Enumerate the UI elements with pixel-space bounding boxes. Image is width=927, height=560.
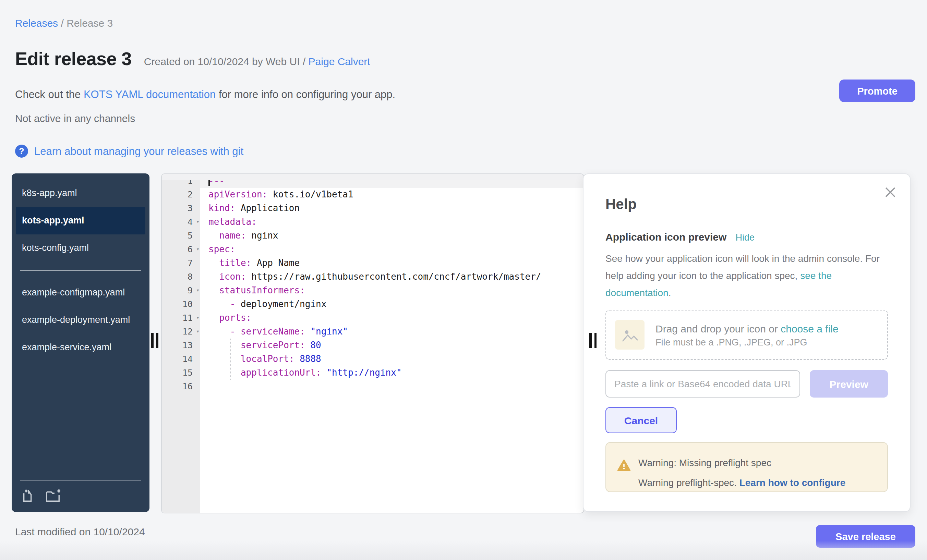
yaml-editor[interactable]: 1---2apiVersion: kots.io/v1beta13kind: A…: [161, 173, 584, 513]
choose-file-link[interactable]: choose a file: [781, 322, 838, 334]
line-number: 15: [162, 366, 200, 380]
help-panel: Help Application icon preview Hide See h…: [583, 173, 910, 512]
sidebar-bottom: [12, 481, 149, 512]
editor-lines: 1---2apiVersion: kots.io/v1beta13kind: A…: [162, 174, 584, 393]
chevron-down-icon[interactable]: ▾: [196, 215, 199, 229]
sidebar-file-list: k8s-app.yamlkots-app.yamlkots-config.yam…: [12, 173, 149, 361]
code-text: spec:: [200, 243, 584, 256]
code-text: [200, 380, 584, 393]
line-number: 16: [162, 380, 200, 393]
cancel-button[interactable]: Cancel: [605, 407, 677, 433]
line-number: 3: [162, 202, 200, 215]
close-icon[interactable]: [884, 187, 896, 198]
author-link[interactable]: Paige Calvert: [308, 56, 370, 67]
git-releases-link[interactable]: Learn about managing your releases with …: [34, 145, 243, 157]
help-resize-handle[interactable]: [589, 333, 597, 348]
icon-drop-zone[interactable]: Drag and drop your icon or choose a file…: [605, 310, 888, 360]
kots-yaml-doc-link[interactable]: KOTS YAML documentation: [84, 88, 216, 100]
warning-icon: [617, 459, 631, 472]
line-number: 12▾: [162, 325, 200, 338]
editor-line[interactable]: 6▾spec:: [162, 243, 584, 256]
doc-hint-line: Check out the KOTS YAML documentation fo…: [15, 88, 395, 101]
code-text: - deployment/nginx: [200, 297, 584, 311]
editor-line[interactable]: 16: [162, 380, 584, 393]
sidebar-file-item[interactable]: k8s-app.yaml: [16, 180, 145, 207]
editor-line[interactable]: 4▾metadata:: [162, 215, 584, 229]
channel-status: Not active in any channels: [15, 112, 135, 124]
line-number: 4▾: [162, 215, 200, 229]
warning-title: Warning: Missing preflight spec: [638, 457, 876, 468]
created-info: Created on 10/10/2024 by Web UI / Paige …: [144, 56, 370, 67]
editor-line[interactable]: 7 title: App Name: [162, 256, 584, 270]
line-number: 8: [162, 270, 200, 284]
code-text: name: nginx: [200, 229, 584, 243]
image-placeholder-icon: [615, 320, 644, 349]
sidebar-file-item[interactable]: example-service.yaml: [16, 334, 145, 361]
line-number: 5: [162, 229, 200, 243]
chevron-down-icon[interactable]: ▾: [196, 311, 199, 325]
breadcrumb-releases-link[interactable]: Releases: [15, 17, 58, 29]
breadcrumb-current: Release 3: [67, 17, 113, 29]
help-description: See how your application icon will look …: [605, 250, 888, 302]
code-text: metadata:: [200, 215, 584, 229]
code-text: icon: https://raw.githubusercontent.com/…: [200, 270, 584, 284]
line-number: 7: [162, 256, 200, 270]
line-number: 10: [162, 297, 200, 311]
editor-line[interactable]: 2apiVersion: kots.io/v1beta1: [162, 188, 584, 202]
line-number: 14: [162, 352, 200, 366]
breadcrumb-separator: /: [58, 17, 67, 29]
code-text: - serviceName: "nginx": [200, 325, 584, 338]
divider: [20, 270, 141, 271]
sidebar-file-item[interactable]: example-configmap.yaml: [16, 279, 145, 307]
line-number: 2: [162, 188, 200, 202]
code-text: title: App Name: [200, 256, 584, 270]
code-text: statusInformers:: [200, 284, 584, 297]
indent-guide: [230, 338, 231, 380]
editor-line[interactable]: 5 name: nginx: [162, 229, 584, 243]
icon-url-input[interactable]: [605, 370, 801, 398]
icon-preview-title: Application icon preview: [605, 231, 726, 243]
line-number: 9▾: [162, 284, 200, 297]
drop-zone-hint: File must be a .PNG, .JPEG, or .JPG: [655, 337, 839, 347]
git-help-row[interactable]: ? Learn about managing your releases wit…: [15, 145, 243, 158]
editor-line[interactable]: 11▾ ports:: [162, 311, 584, 325]
editor-line[interactable]: 9▾ statusInformers:: [162, 284, 584, 297]
file-sidebar: k8s-app.yamlkots-app.yamlkots-config.yam…: [12, 173, 149, 512]
breadcrumb: Releases / Release 3: [15, 17, 113, 29]
title-row: Edit release 3 Created on 10/10/2024 by …: [15, 49, 370, 70]
code-text: localPort: 8888: [200, 352, 584, 366]
new-folder-icon[interactable]: [45, 488, 62, 502]
edit-release-page: Releases / Release 3 Edit release 3 Crea…: [0, 0, 927, 560]
editor-line[interactable]: 12▾ - serviceName: "nginx": [162, 325, 584, 338]
drop-zone-text: Drag and drop your icon or choose a file: [655, 322, 839, 334]
last-modified: Last modified on 10/10/2024: [15, 526, 145, 537]
editor-line[interactable]: 14 localPort: 8888: [162, 352, 584, 366]
line-number: 6▾: [162, 243, 200, 256]
sidebar-file-item[interactable]: example-deployment.yaml: [16, 307, 145, 334]
chevron-down-icon[interactable]: ▾: [196, 284, 199, 297]
hide-link[interactable]: Hide: [736, 232, 755, 243]
chevron-down-icon[interactable]: ▾: [196, 325, 199, 338]
editor-line[interactable]: 10 - deployment/nginx: [162, 297, 584, 311]
help-title: Help: [605, 196, 888, 212]
chevron-down-icon[interactable]: ▾: [196, 243, 199, 256]
line-number: 13: [162, 338, 200, 352]
editor-line[interactable]: 15 applicationUrl: "http://nginx": [162, 366, 584, 380]
editor-line[interactable]: 3kind: Application: [162, 202, 584, 215]
editor-line[interactable]: 8 icon: https://raw.githubusercontent.co…: [162, 270, 584, 284]
new-file-icon[interactable]: [21, 488, 36, 502]
code-text: kind: Application: [200, 202, 584, 215]
code-text: apiVersion: kots.io/v1beta1: [200, 188, 584, 202]
sidebar-file-item[interactable]: kots-app.yaml: [16, 207, 145, 234]
code-text: applicationUrl: "http://nginx": [200, 366, 584, 380]
code-text: ports:: [200, 311, 584, 325]
learn-configure-link[interactable]: Learn how to configure: [740, 477, 846, 488]
save-release-button[interactable]: Save release: [816, 525, 915, 548]
page-title: Edit release 3: [15, 49, 132, 70]
editor-line[interactable]: 13 servicePort: 80: [162, 338, 584, 352]
preview-button[interactable]: Preview: [810, 370, 888, 398]
code-text: servicePort: 80: [200, 338, 584, 352]
sidebar-resize-handle[interactable]: [151, 333, 158, 348]
sidebar-file-item[interactable]: kots-config.yaml: [16, 234, 145, 262]
promote-button[interactable]: Promote: [839, 79, 915, 102]
